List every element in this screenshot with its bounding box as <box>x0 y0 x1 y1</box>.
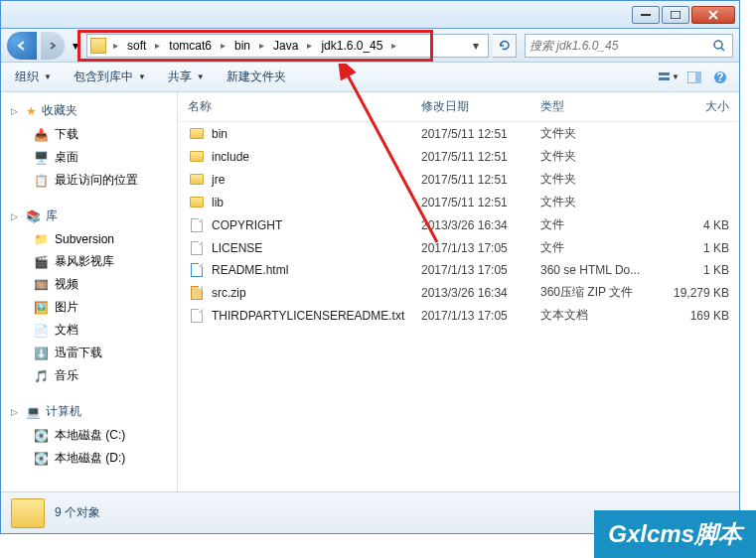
chevron-right-icon[interactable]: ▸ <box>256 40 267 51</box>
search-icon[interactable] <box>710 39 728 53</box>
favorites-header[interactable]: ▷★收藏夹 <box>1 98 177 123</box>
chevron-right-icon[interactable]: ▸ <box>110 40 121 51</box>
file-name: COPYRIGHT <box>212 218 421 232</box>
chevron-right-icon[interactable]: ▸ <box>152 40 163 51</box>
file-row[interactable]: lib2017/5/11 12:51文件夹 <box>178 191 739 213</box>
address-dropdown[interactable]: ▾ <box>467 39 485 53</box>
close-button[interactable] <box>691 6 735 24</box>
view-options-button[interactable]: ▼ <box>658 67 680 88</box>
file-row[interactable]: bin2017/5/11 12:51文件夹 <box>178 122 739 145</box>
file-name: src.zip <box>212 286 421 300</box>
sidebar-item-baofeng[interactable]: 🎬暴风影视库 <box>1 250 177 273</box>
watermark: Gxlcms脚本 <box>594 510 756 558</box>
organize-button[interactable]: 组织▼ <box>9 66 58 88</box>
file-type: 360 se HTML Do... <box>540 263 670 277</box>
svg-rect-6 <box>695 71 701 83</box>
include-library-button[interactable]: 包含到库中▼ <box>68 66 152 88</box>
chevron-right-icon[interactable]: ▸ <box>304 40 315 51</box>
sidebar-item-xunlei[interactable]: ⬇️迅雷下载 <box>1 342 177 364</box>
preview-pane-button[interactable] <box>683 67 705 88</box>
column-size[interactable]: 大小 <box>670 98 729 115</box>
file-row[interactable]: THIRDPARTYLICENSEREADME.txt2017/1/13 17:… <box>178 304 739 327</box>
sidebar-item-recent[interactable]: 📋最近访问的位置 <box>1 169 177 192</box>
column-headers: 名称 修改日期 类型 大小 <box>178 92 739 122</box>
navigation-pane[interactable]: ▷★收藏夹 📥下载 🖥️桌面 📋最近访问的位置 ▷📚库 📁Subversion … <box>1 92 178 491</box>
sidebar-item-pictures[interactable]: 🖼️图片 <box>1 296 177 319</box>
file-date: 2017/5/11 12:51 <box>421 127 540 141</box>
sidebar-item-desktop[interactable]: 🖥️桌面 <box>1 146 177 169</box>
file-row[interactable]: COPYRIGHT2013/3/26 16:34文件4 KB <box>178 213 739 236</box>
breadcrumb-item[interactable]: bin <box>228 35 256 57</box>
folder-icon <box>190 174 204 185</box>
file-list-area: 名称 修改日期 类型 大小 bin2017/5/11 12:51文件夹inclu… <box>178 92 739 491</box>
file-type: 文件 <box>540 239 670 256</box>
minimize-button[interactable] <box>632 6 660 24</box>
file-name: include <box>212 150 421 164</box>
sidebar-item-videos[interactable]: 🎞️视频 <box>1 273 177 296</box>
breadcrumb-item[interactable]: tomcat6 <box>163 35 218 57</box>
sidebar-item-downloads[interactable]: 📥下载 <box>1 123 177 146</box>
file-list[interactable]: bin2017/5/11 12:51文件夹include2017/5/11 12… <box>178 122 739 491</box>
file-type: 文件夹 <box>540 148 670 165</box>
svg-rect-1 <box>671 11 680 19</box>
libraries-header[interactable]: ▷📚库 <box>1 204 177 228</box>
file-icon <box>191 218 203 232</box>
svg-rect-0 <box>641 14 651 16</box>
history-dropdown[interactable]: ▾ <box>69 36 82 56</box>
file-type: 文本文档 <box>540 307 670 324</box>
search-box[interactable] <box>525 34 733 58</box>
chevron-right-icon[interactable]: ▸ <box>388 40 399 51</box>
file-row[interactable]: jre2017/5/11 12:51文件夹 <box>178 168 739 191</box>
search-input[interactable] <box>529 39 710 53</box>
zip-file-icon <box>191 286 203 300</box>
file-date: 2017/1/13 17:05 <box>421 241 540 255</box>
file-row[interactable]: src.zip2013/3/26 16:34360压缩 ZIP 文件19,279… <box>178 281 739 304</box>
file-row[interactable]: LICENSE2017/1/13 17:05文件1 KB <box>178 236 739 259</box>
maximize-button[interactable] <box>662 6 689 24</box>
file-size: 1 KB <box>670 241 729 255</box>
sidebar-item-drive-d[interactable]: 💽本地磁盘 (D:) <box>1 447 177 470</box>
chevron-right-icon[interactable]: ▸ <box>218 40 228 51</box>
breadcrumb-item[interactable]: Java <box>267 35 304 57</box>
breadcrumb-item[interactable]: jdk1.6.0_45 <box>315 35 388 57</box>
file-name: bin <box>212 127 421 141</box>
help-button[interactable]: ? <box>709 67 731 88</box>
column-name[interactable]: 名称 <box>188 98 421 115</box>
sidebar-item-documents[interactable]: 📄文档 <box>1 319 177 342</box>
navigation-bar: ▾ ▸ soft ▸ tomcat6 ▸ bin ▸ Java ▸ jdk1.6… <box>1 29 739 63</box>
share-button[interactable]: 共享▼ <box>162 66 211 88</box>
folder-icon <box>190 197 204 208</box>
file-row[interactable]: include2017/5/11 12:51文件夹 <box>178 145 739 168</box>
content-area: ▷★收藏夹 📥下载 🖥️桌面 📋最近访问的位置 ▷📚库 📁Subversion … <box>1 92 739 491</box>
forward-button[interactable] <box>41 32 65 60</box>
svg-rect-3 <box>659 72 670 75</box>
file-type: 文件夹 <box>540 171 670 188</box>
column-date[interactable]: 修改日期 <box>421 98 540 115</box>
svg-text:?: ? <box>716 70 723 84</box>
file-name: jre <box>212 173 421 187</box>
folder-icon <box>90 38 106 54</box>
toolbar: 组织▼ 包含到库中▼ 共享▼ 新建文件夹 ▼ ? <box>1 63 739 92</box>
refresh-button[interactable] <box>493 34 517 58</box>
file-name: lib <box>212 196 421 209</box>
file-date: 2017/5/11 12:51 <box>421 196 540 209</box>
sidebar-item-drive-c[interactable]: 💽本地磁盘 (C:) <box>1 424 177 447</box>
file-size: 19,279 KB <box>670 286 729 300</box>
file-date: 2017/1/13 17:05 <box>421 309 540 323</box>
file-type: 文件夹 <box>540 194 670 210</box>
column-type[interactable]: 类型 <box>540 98 670 115</box>
new-folder-button[interactable]: 新建文件夹 <box>221 66 292 88</box>
status-text: 9 个对象 <box>55 504 100 521</box>
file-name: THIRDPARTYLICENSEREADME.txt <box>212 309 421 323</box>
back-button[interactable] <box>7 32 37 60</box>
file-date: 2013/3/26 16:34 <box>421 218 540 232</box>
address-bar[interactable]: ▸ soft ▸ tomcat6 ▸ bin ▸ Java ▸ jdk1.6.0… <box>86 34 489 58</box>
file-size: 4 KB <box>670 218 729 232</box>
file-date: 2017/5/11 12:51 <box>421 173 540 187</box>
breadcrumb-item[interactable]: soft <box>121 35 152 57</box>
file-row[interactable]: README.html2017/1/13 17:05360 se HTML Do… <box>178 259 739 281</box>
file-date: 2017/5/11 12:51 <box>421 150 540 164</box>
sidebar-item-music[interactable]: 🎵音乐 <box>1 364 177 387</box>
computer-header[interactable]: ▷💻计算机 <box>1 399 177 424</box>
sidebar-item-subversion[interactable]: 📁Subversion <box>1 228 177 250</box>
